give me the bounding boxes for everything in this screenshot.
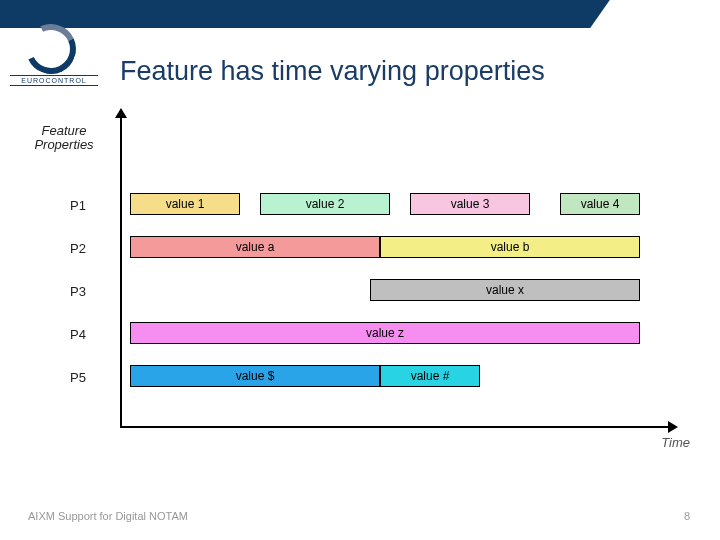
row-label-p2: P2 <box>70 241 110 256</box>
logo: EUROCONTROL <box>10 22 98 86</box>
page-title: Feature has time varying properties <box>120 56 545 87</box>
y-axis-label-line2: Properties <box>34 137 93 152</box>
segment-p2-1: value a <box>130 236 380 258</box>
segment-p5-1: value $ <box>130 365 380 387</box>
logo-ring-icon <box>19 17 83 81</box>
header-bar <box>0 0 720 28</box>
segment-p2-2: value b <box>380 236 640 258</box>
y-axis-label-line1: Feature <box>42 123 87 138</box>
row-label-p1: P1 <box>70 198 110 213</box>
y-axis-label: Feature Properties <box>28 124 100 153</box>
footer-left: AIXM Support for Digital NOTAM <box>28 510 188 522</box>
row-label-p3: P3 <box>70 284 110 299</box>
segment-p5-2: value # <box>380 365 480 387</box>
row-label-p4: P4 <box>70 327 110 342</box>
segment-p1-2: value 2 <box>260 193 390 215</box>
segment-p4-1: value z <box>130 322 640 344</box>
y-axis <box>120 116 122 428</box>
page-number: 8 <box>684 510 690 522</box>
segment-p1-1: value 1 <box>130 193 240 215</box>
segment-p3-1: value x <box>370 279 640 301</box>
logo-text: EUROCONTROL <box>10 75 98 86</box>
row-label-p5: P5 <box>70 370 110 385</box>
timeline-chart: Feature Properties Time P1 value 1 value… <box>70 108 670 448</box>
segment-p1-4: value 4 <box>560 193 640 215</box>
x-axis-label: Time <box>661 435 690 450</box>
segment-p1-3: value 3 <box>410 193 530 215</box>
x-axis <box>120 426 670 428</box>
